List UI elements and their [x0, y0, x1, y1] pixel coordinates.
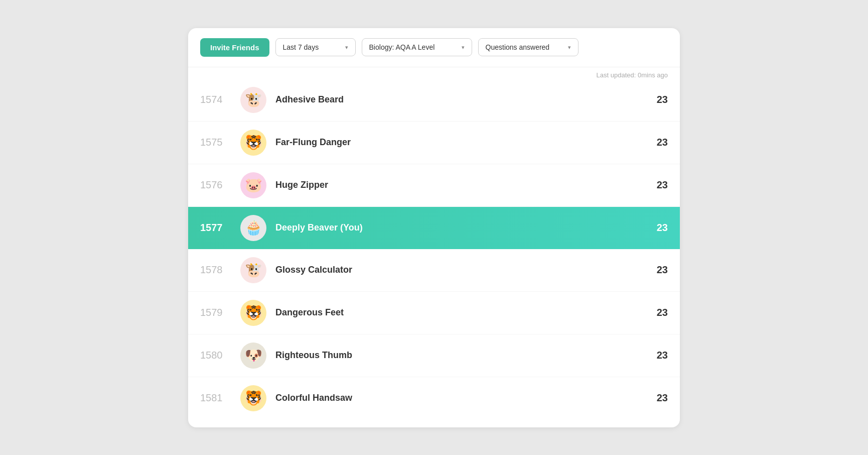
avatar: 🐯 — [240, 385, 266, 411]
subject-filter-dropdown[interactable]: Biology: AQA A Level ▾ — [362, 38, 472, 56]
metric-filter-chevron: ▾ — [568, 44, 571, 51]
table-row: 1578 🐮 Glossy Calculator 23 — [188, 249, 680, 292]
user-name: Far-Flung Danger — [275, 137, 648, 148]
toolbar: Invite Friends Last 7 days ▾ Biology: AQ… — [188, 28, 680, 67]
table-row: 1576 🐷 Huge Zipper 23 — [188, 164, 680, 207]
metric-filter-label: Questions answered — [486, 43, 550, 51]
score-value: 23 — [648, 264, 668, 276]
rank-label: 1580 — [200, 350, 240, 361]
table-row: 1581 🐯 Colorful Handsaw 23 — [188, 377, 680, 419]
subject-filter-chevron: ▾ — [462, 44, 465, 51]
subject-filter-label: Biology: AQA A Level — [369, 43, 435, 51]
last-updated-text: Last updated: 0mins ago — [188, 67, 680, 79]
user-name: Colorful Handsaw — [275, 393, 648, 403]
table-row: 1574 🐮 Adhesive Beard 23 — [188, 79, 680, 122]
user-name: Dangerous Feet — [275, 307, 648, 318]
rank-label: 1581 — [200, 392, 240, 404]
user-name: Deeply Beaver (You) — [275, 222, 648, 233]
avatar: 🐮 — [240, 87, 266, 113]
user-name: Glossy Calculator — [275, 265, 648, 275]
user-name: Huge Zipper — [275, 180, 648, 190]
rank-label: 1579 — [200, 307, 240, 318]
user-name: Adhesive Beard — [275, 94, 648, 105]
avatar: 🐯 — [240, 130, 266, 156]
invite-friends-button[interactable]: Invite Friends — [200, 38, 269, 57]
leaderboard-list: 1574 🐮 Adhesive Beard 23 1575 🐯 Far-Flun… — [188, 79, 680, 427]
score-value: 23 — [648, 350, 668, 361]
rank-label: 1574 — [200, 94, 240, 105]
rank-label: 1577 — [200, 222, 240, 234]
score-value: 23 — [648, 94, 668, 105]
rank-label: 1578 — [200, 264, 240, 276]
score-value: 23 — [648, 392, 668, 404]
table-row: 1575 🐯 Far-Flung Danger 23 — [188, 122, 680, 164]
leaderboard-card: Invite Friends Last 7 days ▾ Biology: AQ… — [188, 28, 680, 427]
avatar: 🧁 — [240, 215, 266, 241]
metric-filter-dropdown[interactable]: Questions answered ▾ — [478, 38, 578, 56]
user-name: Righteous Thumb — [275, 350, 648, 361]
table-row: 1579 🐯 Dangerous Feet 23 — [188, 292, 680, 334]
rank-label: 1575 — [200, 137, 240, 148]
score-value: 23 — [648, 307, 668, 318]
time-filter-chevron: ▾ — [345, 44, 348, 51]
time-filter-dropdown[interactable]: Last 7 days ▾ — [275, 38, 356, 56]
avatar: 🐮 — [240, 257, 266, 283]
avatar: 🐯 — [240, 300, 266, 326]
avatar: 🐶 — [240, 343, 266, 369]
table-row: 1577 🧁 Deeply Beaver (You) 23 — [188, 207, 680, 249]
score-value: 23 — [648, 179, 668, 191]
avatar: 🐷 — [240, 172, 266, 198]
rank-label: 1576 — [200, 179, 240, 191]
time-filter-label: Last 7 days — [283, 43, 319, 51]
table-row: 1580 🐶 Righteous Thumb 23 — [188, 334, 680, 377]
score-value: 23 — [648, 222, 668, 234]
score-value: 23 — [648, 137, 668, 148]
